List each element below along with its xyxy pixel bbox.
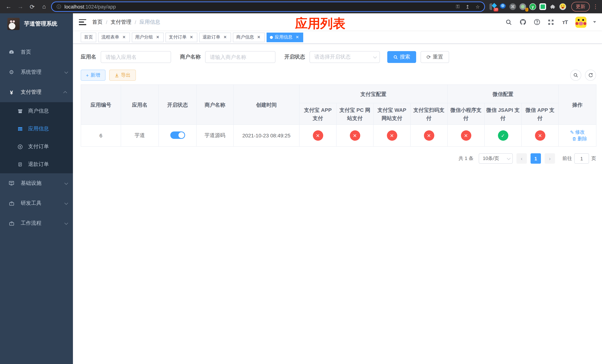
extension-diamond-icon[interactable]: 10 <box>489 3 496 10</box>
tab-home[interactable]: 首页 <box>81 32 96 42</box>
avatar-caret-icon[interactable] <box>593 21 596 24</box>
breadcrumb-payment[interactable]: 支付管理 <box>111 19 131 25</box>
sidebar-item-workflow[interactable]: 工作流程 <box>0 213 73 233</box>
browser-reload-icon[interactable]: ⟳ <box>27 2 37 11</box>
extension-pin-icon[interactable] <box>499 3 506 10</box>
fullscreen-icon[interactable] <box>547 18 555 26</box>
shop-icon <box>16 108 24 114</box>
address-bar[interactable]: ⓘ localhost:1024/pay/app ⚿ ↥ ☆ <box>51 1 485 12</box>
url-text: localhost:1024/pay/app <box>64 4 450 10</box>
browser-menu-icon[interactable]: ⋮ <box>593 3 598 10</box>
delete-link[interactable]: 删除 <box>572 136 587 142</box>
logo-rabbit-avatar <box>7 18 20 30</box>
browser-update-button[interactable]: 更新 <box>571 2 590 11</box>
close-icon[interactable]: ✕ <box>155 35 160 40</box>
chevron-down-icon <box>64 181 68 185</box>
extension-chat-icon[interactable] <box>539 3 546 10</box>
briefcase-icon <box>7 201 16 206</box>
chevron-down-icon <box>64 201 68 204</box>
next-page-button[interactable]: › <box>545 153 555 164</box>
password-key-icon[interactable]: ⚿ <box>456 4 460 10</box>
tab-refund-orders[interactable]: 退款订单✕ <box>199 32 231 42</box>
enabled-toggle[interactable] <box>170 131 185 139</box>
close-icon[interactable]: ✕ <box>121 35 127 40</box>
group-alipay-config: 支付宝配置 <box>299 85 447 103</box>
browser-forward-icon[interactable]: → <box>16 2 25 11</box>
breadcrumb: 首页 / 支付管理 / 应用信息 <box>92 19 160 25</box>
breadcrumb-home[interactable]: 首页 <box>92 19 103 25</box>
merchant-name-input[interactable] <box>205 51 275 63</box>
close-icon[interactable]: ✕ <box>189 35 194 40</box>
browser-back-icon[interactable]: ← <box>4 2 13 11</box>
sidebar-item-refund-orders[interactable]: 退款订单 <box>0 156 73 173</box>
alipay-qr-disabled-icon: ✕ <box>424 130 434 141</box>
extension-recorder-icon[interactable]: 1 <box>519 3 526 10</box>
page-number-current[interactable]: 1 <box>531 153 541 164</box>
browser-home-icon[interactable]: ⌂ <box>39 2 49 11</box>
app-name-label: 应用名 <box>81 54 96 60</box>
sidebar-logo[interactable]: 芋道管理系统 <box>0 13 73 34</box>
sidebar-item-payment[interactable]: ¥ 支付管理 <box>0 82 73 102</box>
col-alipay-qr: 支付宝扫码支付 <box>410 103 447 125</box>
sidebar-item-infra[interactable]: 基础设施 <box>0 173 73 193</box>
monitor-icon <box>7 180 16 186</box>
sidebar-item-system[interactable]: ⚙ 系统管理 <box>0 62 73 82</box>
app-name-input[interactable] <box>101 51 171 63</box>
font-size-icon[interactable]: тT <box>561 18 569 26</box>
sidebar-collapse-icon[interactable] <box>79 19 86 25</box>
reset-button[interactable]: ⟳ 重置 <box>420 51 449 63</box>
close-icon[interactable]: ✕ <box>256 35 261 40</box>
show-search-toggle-button[interactable] <box>570 70 581 81</box>
close-icon[interactable]: ✕ <box>295 35 300 40</box>
extension-y-icon[interactable] <box>529 3 536 10</box>
col-actions: 操作 <box>559 85 596 125</box>
edit-link[interactable]: ✎修改 <box>570 129 585 136</box>
status-select[interactable]: 请选择开启状态 <box>310 51 380 63</box>
site-info-icon[interactable]: ⓘ <box>56 3 62 10</box>
extension-emoji-icon[interactable] <box>559 3 566 10</box>
close-icon[interactable]: ✕ <box>223 35 228 40</box>
trash-icon <box>572 137 576 141</box>
tab-pay-orders[interactable]: 支付订单✕ <box>165 32 197 42</box>
alipay-pc-disabled-icon: ✕ <box>350 130 360 141</box>
sidebar: 芋道管理系统 首页 ⚙ 系统管理 ¥ 支付管理 <box>0 13 73 364</box>
screen: ← → ⟳ ⌂ ⓘ localhost:1024/pay/app ⚿ ↥ ☆ 1… <box>0 0 602 364</box>
plus-icon: + <box>86 72 89 78</box>
sidebar-item-dev-tools[interactable]: 研发工具 <box>0 193 73 213</box>
extension-command-icon[interactable]: ⌘ <box>509 3 516 10</box>
goto-page-input[interactable] <box>574 153 589 164</box>
user-avatar[interactable] <box>575 16 586 28</box>
github-icon[interactable] <box>519 18 527 26</box>
refresh-icon: ⟳ <box>427 54 431 60</box>
header-search-icon[interactable] <box>505 18 512 26</box>
wechat-lite-disabled-icon: ✕ <box>461 130 471 141</box>
page-size-select[interactable]: 10条/页 <box>479 153 513 164</box>
payment-submenu: 商户信息 应用信息 支付订单 <box>0 102 73 173</box>
add-button[interactable]: + 新增 <box>81 70 105 81</box>
tab-merchant-info[interactable]: 商户信息✕ <box>233 32 265 42</box>
prev-page-button[interactable]: ‹ <box>516 153 527 164</box>
sidebar-item-home[interactable]: 首页 <box>0 42 73 62</box>
top-navbar: 首页 / 支付管理 / 应用信息 <box>73 13 602 31</box>
help-question-icon[interactable] <box>533 18 540 26</box>
extensions-puzzle-icon[interactable] <box>549 3 556 10</box>
tab-process-form[interactable]: 流程表单✕ <box>98 32 130 42</box>
tab-app-info[interactable]: 应用信息✕ <box>267 32 303 42</box>
search-icon <box>573 73 578 78</box>
sidebar-item-app-info[interactable]: 应用信息 <box>0 120 73 138</box>
merchant-name-label: 商户名称 <box>180 54 201 60</box>
cell-created: 2021-10-23 08:49:25 <box>233 125 299 146</box>
extension-bar: 10 ⌘ 1 <box>489 3 566 10</box>
search-button[interactable]: 搜索 <box>387 51 416 63</box>
col-alipay-wap: 支付宝 WAP 网站支付 <box>373 103 410 125</box>
tab-user-group[interactable]: 用户分组✕ <box>132 32 164 42</box>
export-button[interactable]: 导出 <box>109 70 136 81</box>
sidebar-item-pay-orders[interactable]: 支付订单 <box>0 138 73 156</box>
search-icon <box>393 55 398 59</box>
briefcase-icon <box>7 221 16 226</box>
browser-toolbar: ← → ⟳ ⌂ ⓘ localhost:1024/pay/app ⚿ ↥ ☆ 1… <box>0 0 602 13</box>
sidebar-item-merchant-info[interactable]: 商户信息 <box>0 102 73 120</box>
bookmark-star-icon[interactable]: ☆ <box>475 4 480 10</box>
refresh-table-button[interactable] <box>585 70 596 81</box>
share-icon[interactable]: ↥ <box>466 4 470 10</box>
